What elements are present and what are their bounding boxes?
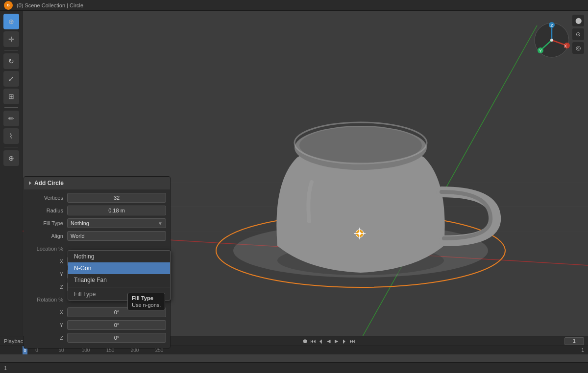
annotate-tool-button[interactable]: ✏	[3, 111, 19, 126]
header-title: (0) Scene Collection | Circle	[17, 2, 83, 8]
vertices-row: Vertices 32	[28, 192, 166, 203]
dropdown-item-ngon[interactable]: N-Gon	[68, 262, 170, 274]
rotation-x-label: X	[28, 309, 67, 315]
cursor-tool-button[interactable]: ⊕	[3, 14, 19, 29]
tooltip-description: Use n-gons.	[132, 302, 161, 308]
svg-text:X: X	[564, 44, 567, 48]
end-frame-input[interactable]: 1	[564, 337, 584, 345]
location-x-label: X	[28, 258, 67, 264]
align-row: Align World	[28, 231, 166, 241]
svg-point-26	[550, 39, 553, 42]
svg-text:Z: Z	[550, 23, 553, 28]
viewport-xray-button[interactable]: ◎	[572, 42, 584, 54]
location-section-label: Location %	[28, 246, 67, 252]
rotation-z-label: Z	[28, 335, 67, 341]
vertices-label: Vertices	[28, 195, 67, 201]
jump-start-button[interactable]: ⏮	[310, 338, 316, 345]
rotation-section-label: Rotation %	[28, 297, 67, 303]
location-z-label: Z	[28, 284, 67, 290]
viewport-shading-button[interactable]: ⬤	[572, 15, 584, 26]
record-button[interactable]: ⏺	[302, 338, 308, 345]
toolbar-separator-3	[4, 147, 18, 147]
dropdown-separator	[68, 287, 170, 287]
rotation-y-label: Y	[28, 322, 67, 328]
rotation-z-input[interactable]: 0°	[67, 333, 166, 343]
playback-label[interactable]: Playback	[4, 338, 26, 344]
panel-header[interactable]: Add Circle	[24, 177, 170, 189]
align-value: World	[71, 233, 85, 239]
frame-end-group: 1	[564, 337, 584, 345]
timeline-end-value: 1	[581, 348, 584, 353]
step-forward-button[interactable]: ⏵	[342, 338, 347, 345]
vertices-input[interactable]: 32	[67, 193, 166, 203]
header-bar: B (0) Scene Collection | Circle	[0, 0, 588, 11]
panel-title: Add Circle	[34, 180, 64, 186]
scale-tool-button[interactable]: ⤢	[3, 71, 19, 87]
move-tool-button[interactable]: ✛	[3, 31, 19, 47]
dropdown-item-triangle-fan[interactable]: Triangle Fan	[68, 274, 170, 286]
rotation-y-row: Y 0°	[28, 320, 166, 330]
add-tool-button[interactable]: ⊕	[3, 150, 19, 166]
svg-point-15	[358, 232, 361, 235]
measure-tool-button[interactable]: ⌇	[3, 128, 19, 144]
fill-type-tooltip: Fill Type Use n-gons.	[127, 293, 165, 310]
toolbar-separator-1	[4, 50, 18, 50]
radius-input[interactable]: 0.18 m	[67, 206, 166, 215]
play-reverse-button[interactable]: ◄	[326, 338, 332, 345]
fill-type-row: Fill Type Nothing ▼	[28, 218, 166, 229]
fill-type-dropdown[interactable]: Nothing ▼	[67, 218, 166, 228]
fill-type-label: Fill Type	[28, 220, 67, 226]
fill-type-value: Nothing	[71, 220, 89, 226]
radius-row: Radius 0.18 m	[28, 205, 166, 216]
dropdown-arrow-icon: ▼	[158, 221, 163, 226]
rotate-tool-button[interactable]: ↻	[3, 53, 19, 69]
align-label: Align	[28, 233, 67, 239]
blender-logo: B	[4, 1, 13, 10]
left-toolbar: ⊕ ✛ ↻ ⤢ ⊞ ✏ ⌇ ⊕	[0, 11, 23, 354]
bottom-bar: 1	[0, 362, 588, 373]
dropdown-item-nothing[interactable]: Nothing	[68, 251, 170, 262]
step-back-button[interactable]: ⏴	[318, 338, 324, 345]
end-frame-value: 1	[573, 338, 576, 344]
rotation-y-input[interactable]: 0°	[67, 320, 166, 330]
radius-label: Radius	[28, 208, 67, 213]
rotation-z-row: Z 0°	[28, 332, 166, 343]
viewport-overlay-buttons: ⬤ ⊙ ◎	[572, 15, 584, 54]
align-dropdown[interactable]: World	[67, 231, 166, 241]
viewport-overlay-button[interactable]: ⊙	[572, 28, 584, 40]
transform-tool-button[interactable]: ⊞	[3, 89, 19, 104]
timeline-cursor-value: 0	[24, 348, 26, 353]
bottom-frame-display: 1	[4, 365, 7, 371]
tooltip-title: Fill Type	[132, 295, 161, 301]
svg-text:Y: Y	[539, 48, 542, 53]
toolbar-separator-2	[4, 107, 18, 108]
panel-toggle-icon	[29, 181, 31, 185]
location-y-label: Y	[28, 271, 67, 277]
play-button[interactable]: ►	[334, 338, 340, 345]
jump-end-button[interactable]: ⏭	[349, 338, 355, 345]
